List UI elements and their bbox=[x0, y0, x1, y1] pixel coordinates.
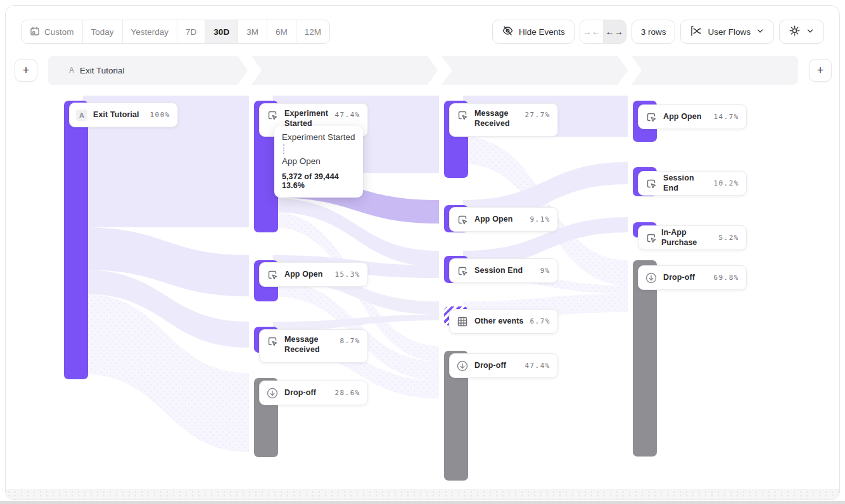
node-value: 10.2% bbox=[713, 179, 739, 187]
node-value: 8.7% bbox=[340, 337, 361, 345]
window-bottom-edge bbox=[0, 501, 845, 504]
flow-node-session-end-4[interactable]: Session End 10.2% bbox=[638, 171, 747, 196]
event-icon bbox=[456, 265, 469, 277]
drop-off-icon bbox=[645, 272, 658, 284]
node-value: 47.4% bbox=[334, 111, 360, 119]
event-icon bbox=[456, 213, 469, 226]
node-value: 9% bbox=[540, 267, 550, 275]
node-value: 47.4% bbox=[524, 362, 550, 370]
flow-node-app-open-2[interactable]: App Open 15.3% bbox=[259, 262, 368, 287]
node-label: Message Received bbox=[284, 335, 334, 355]
node-value: 69.8% bbox=[713, 274, 739, 282]
flow-node-exit-tutorial[interactable]: A Exit Tutorial 100% bbox=[69, 103, 178, 127]
flow-node-drop-off-2[interactable]: Drop-off 28.6% bbox=[259, 381, 368, 405]
step-badge: A bbox=[69, 66, 74, 75]
event-icon bbox=[645, 232, 658, 244]
node-label: Other events bbox=[474, 317, 524, 327]
event-icon bbox=[266, 335, 279, 348]
node-value: 6.7% bbox=[530, 317, 551, 325]
flow-node-drop-off-3[interactable]: Drop-off 47.4% bbox=[449, 353, 558, 378]
chart-panel: Custom Today Yesterday 7D 30D 3M 6M 12M … bbox=[5, 5, 840, 500]
event-icon bbox=[266, 268, 279, 281]
flow-node-in-app-purchase-4[interactable]: In-App Purchase 5.2% bbox=[638, 225, 747, 250]
node-value: 14.7% bbox=[713, 113, 739, 121]
node-value: 15.3% bbox=[334, 270, 360, 279]
flow-node-session-end-3[interactable]: Session End 9% bbox=[449, 258, 558, 283]
flow-node-message-received-3[interactable]: Message Received 27.7% bbox=[449, 103, 558, 137]
drop-off-icon bbox=[456, 360, 469, 372]
event-icon bbox=[645, 111, 658, 123]
start-step-title: A Exit Tutorial bbox=[69, 56, 125, 85]
flow-node-app-open-4[interactable]: App Open 14.7% bbox=[638, 104, 747, 129]
flow-node-message-received-2[interactable]: Message Received 8.7% bbox=[259, 329, 368, 363]
node-label: Message Received bbox=[474, 109, 519, 129]
node-label: App Open bbox=[663, 112, 708, 122]
flow-bar-exit-tutorial[interactable] bbox=[64, 101, 88, 379]
node-label: Drop-off bbox=[284, 388, 329, 398]
tooltip-connector bbox=[283, 144, 284, 154]
node-label: Exit Tutorial bbox=[93, 110, 144, 120]
tooltip-stat: 5,372 of 39,444 13.6% bbox=[282, 172, 355, 190]
node-value: 9.1% bbox=[530, 215, 551, 224]
drop-off-icon bbox=[266, 387, 279, 400]
flow-node-drop-off-4[interactable]: Drop-off 69.8% bbox=[638, 265, 747, 290]
event-icon bbox=[456, 109, 469, 122]
user-flows-app: Custom Today Yesterday 7D 30D 3M 6M 12M … bbox=[0, 0, 845, 504]
node-value: 100% bbox=[150, 111, 171, 119]
step-a-badge: A bbox=[76, 110, 87, 121]
event-icon bbox=[645, 177, 658, 190]
tooltip-source-event: Experiment Started bbox=[282, 132, 355, 142]
node-label: Drop-off bbox=[663, 273, 708, 283]
node-label: App Open bbox=[474, 215, 524, 225]
node-label: App Open bbox=[284, 270, 329, 280]
sankey-links bbox=[6, 6, 841, 500]
flow-node-other-events-3[interactable]: Other events 6.7% bbox=[449, 309, 558, 334]
event-icon bbox=[266, 109, 279, 122]
flow-node-app-open-3[interactable]: App Open 9.1% bbox=[449, 207, 558, 232]
node-label: In-App Purchase bbox=[661, 228, 715, 248]
node-label: Drop-off bbox=[474, 361, 519, 371]
node-label: Session End bbox=[474, 266, 535, 276]
node-value: 5.2% bbox=[719, 234, 740, 242]
tooltip-target-event: App Open bbox=[282, 156, 355, 166]
node-label: Session End bbox=[663, 173, 708, 193]
node-value: 28.6% bbox=[334, 389, 360, 397]
grid-icon bbox=[456, 315, 469, 328]
link-tooltip: Experiment Started App Open 5,372 of 39,… bbox=[274, 126, 363, 198]
step-title-text: Exit Tutorial bbox=[80, 66, 125, 75]
node-value: 27.7% bbox=[524, 111, 550, 119]
